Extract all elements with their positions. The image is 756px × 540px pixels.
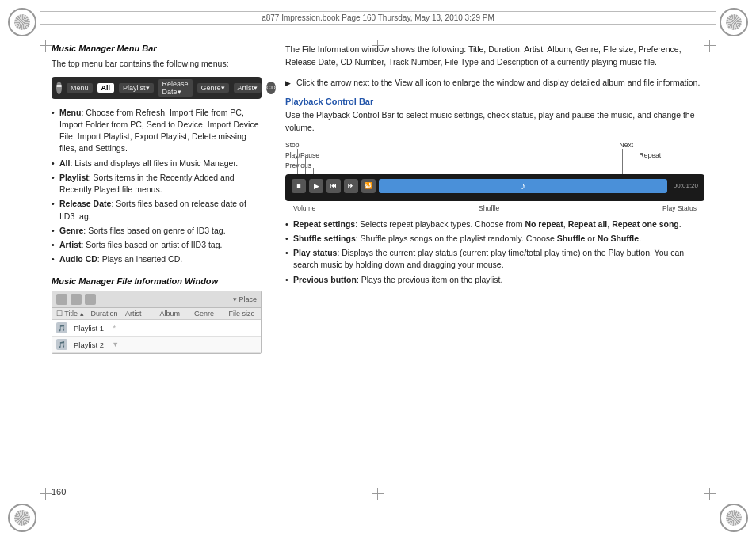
- menu-icon: ☰: [56, 82, 62, 94]
- stop-label: Stop: [285, 141, 300, 149]
- shuffle-label: Shuffle: [479, 204, 499, 212]
- next-button[interactable]: ⏭: [344, 179, 358, 193]
- menu-item-playlist: Playlist▾: [119, 83, 154, 93]
- volume-label: Volume: [293, 204, 315, 212]
- menu-item-genre: Genre▾: [197, 83, 229, 93]
- crosshair-tl: [40, 40, 52, 52]
- col-filesize: File size: [229, 310, 258, 318]
- playback-bar-control: ■ ▶ ⏮ ⏭ 🔁 ♪ 00:01:20: [285, 174, 704, 201]
- main-content: Music Manager Menu Bar The top menu bar …: [52, 44, 704, 496]
- bullet-release-date: Release Date: Sorts files based on relea…: [52, 198, 262, 222]
- bullet-repeat: Repeat settings: Selects repeat playback…: [285, 219, 704, 230]
- menu-item-all: All: [97, 83, 115, 93]
- repeat-label: Repeat: [640, 151, 661, 159]
- corner-decoration-tr: [720, 8, 748, 36]
- file-info-title: Music Manager File Information Window: [52, 276, 262, 286]
- play-pause-button[interactable]: ▶: [309, 179, 323, 193]
- crosshair-br: [704, 488, 716, 500]
- crosshair-bl: [40, 488, 52, 500]
- play-line: [305, 158, 306, 174]
- bullet-artist: Artist: Sorts files based on artist of I…: [52, 239, 262, 251]
- corner-decoration-br: [720, 504, 748, 532]
- menu-bar-desc: The top menu bar contains the following …: [52, 58, 262, 70]
- repeat-line: [647, 158, 647, 174]
- menu-bar-title: Music Manager Menu Bar: [52, 44, 262, 53]
- bullet-genre: Genre: Sorts files based on genre of ID3…: [52, 225, 262, 237]
- time-display: 00:01:20: [674, 182, 698, 189]
- stop-button[interactable]: ■: [292, 179, 306, 193]
- left-column: Music Manager Menu Bar The top menu bar …: [52, 44, 262, 496]
- pb-bottom-labels: Volume Shuffle Play Status: [285, 204, 704, 212]
- playback-bullet-list: Repeat settings: Selects repeat playback…: [285, 219, 704, 286]
- col-title: ☐ Title ▴: [56, 310, 85, 318]
- menu-item-menu: Menu: [67, 83, 93, 93]
- file-row-1: 🎵 Playlist 1 *: [52, 320, 261, 337]
- col-genre: Genre: [194, 310, 223, 318]
- menu-item-release: Release Date▾: [158, 79, 193, 97]
- bullet-previous: Previous button: Plays the previous item…: [285, 274, 704, 286]
- file-row-2: 🎵 Playlist 2 ▼: [52, 337, 261, 353]
- next-line: [622, 149, 623, 174]
- bullet-menu: Menu: Choose from Refresh, Import File f…: [52, 107, 262, 155]
- playlist-name-2: Playlist 2: [74, 340, 105, 349]
- toolbar-btn-1: [56, 294, 67, 305]
- bullet-audio-cd: Audio CD: Plays an inserted CD.: [52, 253, 262, 265]
- file-info-window: ▾ Place ☐ Title ▴ Duration Artist Album …: [52, 291, 262, 354]
- playlist-name-1: Playlist 1: [74, 324, 106, 333]
- progress-bar[interactable]: ♪: [379, 179, 667, 193]
- menu-bullet-list: Menu: Choose from Refresh, Import File f…: [52, 107, 262, 266]
- music-note-icon: ♪: [521, 181, 525, 192]
- bullet-playlist: Playlist: Sorts items in the Recently Ad…: [52, 172, 262, 196]
- header-bar: a877 Impression.book Page 160 Thursday, …: [40, 11, 716, 25]
- playlist-icon-1: 🎵: [56, 322, 67, 333]
- playback-desc: Use the Playback Control Bar to select m…: [285, 109, 704, 135]
- toolbar-btn-2: [71, 294, 82, 305]
- previous-label: Previous: [285, 162, 311, 169]
- bullet-play-status: Play status: Displays the current play s…: [285, 247, 704, 271]
- repeat-button[interactable]: 🔁: [361, 179, 376, 193]
- corner-decoration-bl: [8, 504, 36, 532]
- file-info-desc: The File Information window shows the fo…: [285, 44, 704, 69]
- file-info-header: ☐ Title ▴ Duration Artist Album Genre Fi…: [52, 308, 261, 320]
- previous-button[interactable]: ⏮: [326, 179, 341, 193]
- playlist-icon-2: 🎵: [56, 339, 67, 350]
- arrow-instruction: Click the arrow next to the View all ico…: [285, 77, 704, 89]
- col-duration: Duration: [91, 310, 120, 318]
- play-status-label: Play Status: [662, 204, 697, 212]
- stop-line: [297, 149, 298, 174]
- col-album: Album: [160, 310, 189, 318]
- menu-item-artist: Artist▾: [234, 83, 262, 93]
- pb-controls-row: ■ ▶ ⏮ ⏭ 🔁 ♪ 00:01:20: [292, 179, 698, 193]
- playlist-star-1: *: [113, 324, 116, 332]
- playback-title: Playback Control Bar: [285, 97, 704, 106]
- cd-icon: CD: [266, 82, 276, 94]
- prev-line: [313, 168, 314, 174]
- playback-diagram: Stop Play/Pause Previous Next Repeat ■ ▶: [285, 141, 704, 212]
- menu-bar-mockup: ☰ Menu All Playlist▾ Release Date▾ Genre…: [52, 77, 262, 99]
- toolbar-btn-3: [85, 294, 96, 305]
- bullet-all: All: Lists and displays all files in Mus…: [52, 158, 262, 169]
- corner-decoration-tl: [8, 8, 36, 36]
- file-info-toolbar: ▾ Place: [52, 291, 261, 308]
- next-label: Next: [620, 141, 633, 149]
- play-pause-label: Play/Pause: [285, 151, 319, 159]
- col-artist: Artist: [125, 310, 154, 318]
- right-column: The File Information window shows the fo…: [285, 44, 704, 496]
- bullet-shuffle: Shuffle settings: Shuffle plays songs on…: [285, 233, 704, 245]
- playlist-star-2: ▼: [112, 340, 119, 348]
- crosshair-tr: [704, 40, 716, 52]
- toolbar-label: ▾ Place: [233, 295, 257, 303]
